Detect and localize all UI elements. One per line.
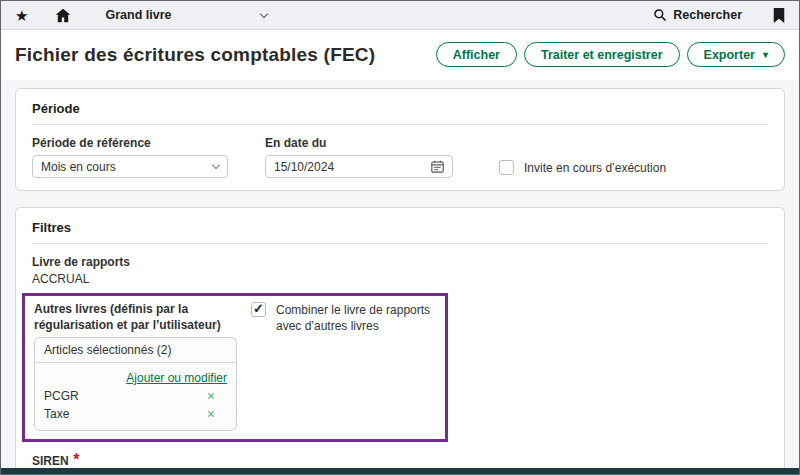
page-title: Fichier des écritures comptables (FEC) xyxy=(15,44,375,66)
header-actions: Afficher Traiter et enregistrer Exporter… xyxy=(436,42,785,67)
remove-item-icon[interactable]: × xyxy=(207,407,215,421)
selected-items-header: Articles sélectionnés (2) xyxy=(35,338,236,363)
combiner-checkbox[interactable] xyxy=(251,302,266,317)
selected-item-label: Taxe xyxy=(44,407,69,421)
en-date-du-label: En date du xyxy=(265,136,453,150)
traiter-enregistrer-button[interactable]: Traiter et enregistrer xyxy=(524,42,680,67)
top-bar: ★ Grand livre Rechercher xyxy=(1,1,799,30)
periode-reference-value: Mois en cours xyxy=(41,160,116,174)
invite-checkbox-row[interactable]: Invite en cours d’exécution xyxy=(499,160,666,176)
chevron-down-icon xyxy=(260,9,268,17)
ajouter-ou-modifier-link[interactable]: Ajouter ou modifier xyxy=(126,371,227,385)
siren-label: SIREN xyxy=(32,454,69,468)
exporter-button[interactable]: Exporter ▾ xyxy=(687,42,785,67)
periode-heading: Période xyxy=(32,97,768,125)
required-asterisk: * xyxy=(73,451,79,468)
invite-checkbox[interactable] xyxy=(499,160,514,175)
en-date-du-field: En date du 15/10/2024 xyxy=(265,136,453,178)
periode-reference-field: Période de référence Mois en cours xyxy=(32,136,228,178)
calendar-icon[interactable] xyxy=(431,160,444,173)
combiner-checkbox-row[interactable]: Combiner le livre de rapports avec d’aut… xyxy=(251,302,436,334)
periode-reference-label: Période de référence xyxy=(32,136,228,150)
livre-de-rapports-label: Livre de rapports xyxy=(32,255,768,269)
caret-down-icon: ▾ xyxy=(763,50,768,60)
periode-reference-select[interactable]: Mois en cours xyxy=(32,155,228,178)
filtres-panel: Filtres Livre de rapports ACCRUAL Autres… xyxy=(15,207,785,475)
search-icon xyxy=(653,8,667,22)
periode-panel: Période Période de référence Mois en cou… xyxy=(15,88,785,191)
afficher-button[interactable]: Afficher xyxy=(436,42,517,67)
selected-item-label: PCGR xyxy=(44,389,79,403)
app-window: ★ Grand livre Rechercher Fichier des écr… xyxy=(0,0,800,475)
bookmark-icon[interactable] xyxy=(773,8,785,23)
livre-de-rapports-value: ACCRUAL xyxy=(32,272,768,286)
bottom-bar xyxy=(1,468,799,474)
search-button[interactable]: Rechercher xyxy=(653,8,742,22)
search-label: Rechercher xyxy=(673,8,742,22)
home-icon[interactable] xyxy=(55,8,71,23)
en-date-du-value: 15/10/2024 xyxy=(274,160,334,174)
selected-item-row: Taxe × xyxy=(44,405,227,423)
invite-checkbox-label: Invite en cours d’exécution xyxy=(524,160,666,176)
filtres-heading: Filtres xyxy=(32,216,768,244)
autres-livres-label: Autres livres (définis par la régularisa… xyxy=(34,301,237,333)
module-dropdown[interactable]: Grand livre xyxy=(105,8,267,22)
selected-items-box: Articles sélectionnés (2) Ajouter ou mod… xyxy=(34,337,237,431)
selected-item-row: PCGR × xyxy=(44,387,227,405)
module-dropdown-label: Grand livre xyxy=(105,8,171,22)
page-header: Fichier des écritures comptables (FEC) A… xyxy=(1,30,799,80)
en-date-du-input[interactable]: 15/10/2024 xyxy=(265,155,453,178)
combiner-checkbox-label: Combiner le livre de rapports avec d’aut… xyxy=(276,302,436,334)
favorite-star-icon[interactable]: ★ xyxy=(15,8,28,23)
chevron-down-icon xyxy=(212,161,220,169)
autres-livres-highlight-box: Autres livres (définis par la régularisa… xyxy=(22,293,448,442)
remove-item-icon[interactable]: × xyxy=(207,389,215,403)
